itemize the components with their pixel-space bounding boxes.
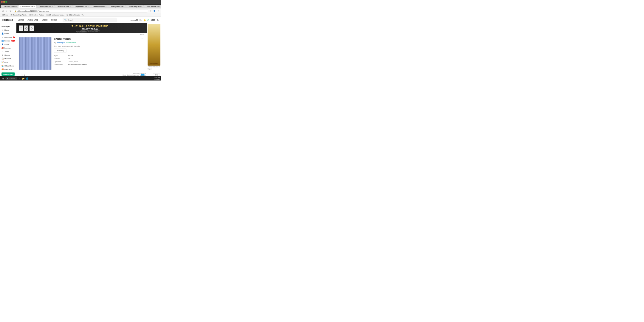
bookmark-night[interactable]: n (21) nightbarbie - T... bbox=[66, 14, 85, 16]
search-box: 🔍 bbox=[63, 18, 116, 22]
sidebar-label-blog: Blog bbox=[4, 61, 8, 63]
report-link[interactable]: Report bbox=[140, 33, 144, 35]
tab-close-gingerbread[interactable]: × bbox=[88, 6, 89, 7]
search-taskbar-button[interactable]: 🔍 Type here... bbox=[5, 77, 17, 80]
activate-sub: Go to Settings to activate Windows. bbox=[123, 75, 146, 76]
updated-row: Updated Jul 03, 2020 bbox=[54, 60, 145, 63]
tab-shadow[interactable]: shadow empress -... × bbox=[90, 5, 108, 8]
tab-gingerbread[interactable]: gingerbread - Robl... × bbox=[72, 5, 90, 8]
reload-button[interactable]: ↻ bbox=[9, 9, 12, 12]
notification-icon[interactable]: 🔔 bbox=[143, 19, 146, 21]
item-title: azure moon bbox=[54, 37, 71, 41]
sidebar-item-inventory[interactable]: 🎒 Inventory bbox=[0, 46, 16, 50]
genres-value: All bbox=[68, 58, 70, 60]
official-store-icon: 🏪 bbox=[1, 65, 4, 67]
inventory-icon: 🎒 bbox=[1, 47, 4, 49]
age-badge: 13+ bbox=[140, 19, 142, 21]
windows-start-button[interactable]: ⊞ bbox=[1, 77, 5, 80]
sidebar-item-home[interactable]: ⌂ Home bbox=[0, 28, 16, 32]
star-icon[interactable]: ☆ bbox=[21, 74, 23, 77]
sidebar-item-messages[interactable]: ✉ Messages 4 bbox=[0, 35, 16, 39]
desc-label: Description bbox=[54, 64, 66, 66]
bookmark-cristal[interactable]: c (14) cristalpony x ca... bbox=[45, 14, 65, 16]
bookmark-news-icon: N bbox=[2, 14, 4, 16]
bookmark-royale[interactable]: R Royale High Admi... bbox=[10, 14, 28, 16]
tab-close-mixed[interactable]: × bbox=[141, 6, 142, 7]
bookmark-star-icon[interactable]: ☆ bbox=[149, 9, 152, 12]
sidebar-item-trade[interactable]: ↔ Trade bbox=[0, 50, 16, 53]
sidebar-item-avatar[interactable]: 👗 Avatar bbox=[0, 43, 16, 46]
nav-games[interactable]: Games bbox=[18, 19, 24, 21]
tab-close-flowing[interactable]: × bbox=[123, 6, 124, 7]
sidebar-item-my-feed[interactable]: 📋 My Feed bbox=[0, 57, 16, 61]
sidebar-item-groups[interactable]: ⊞ Groups bbox=[0, 53, 16, 57]
tab-close-shadow[interactable]: × bbox=[106, 6, 106, 7]
username-label: zeddog96 bbox=[131, 19, 138, 21]
tab-mixed[interactable]: mixed berry - Robl... × bbox=[126, 5, 144, 8]
more-options-button[interactable]: ··· bbox=[142, 37, 145, 40]
bookmark-cristal-icon: c bbox=[46, 14, 48, 16]
gift-cards-icon: 🎁 bbox=[1, 69, 4, 71]
tab-close-winter[interactable]: × bbox=[70, 6, 71, 7]
menu-icon[interactable]: ⋮ bbox=[157, 9, 160, 12]
bookmark-develop[interactable]: D Develop - Roblox bbox=[28, 14, 45, 16]
tab-close-develop[interactable]: × bbox=[16, 6, 17, 7]
trade-icon: ↔ bbox=[1, 51, 4, 53]
tab-code[interactable]: code breaker - Rob... × bbox=[144, 5, 161, 8]
user-profile-icon[interactable]: 👤 bbox=[153, 9, 156, 12]
sidebar-item-friends[interactable]: 👥 Friends 184 bbox=[0, 39, 16, 43]
tab-develop[interactable]: Develop - Roblox × bbox=[1, 5, 18, 8]
sidebar-label-gift-cards: Gift Cards bbox=[4, 69, 12, 70]
tab-winter[interactable]: winter dust - Robl... × bbox=[54, 5, 72, 8]
nav-avatar-shop[interactable]: Avatar Shop bbox=[27, 19, 38, 21]
roblox-logo[interactable]: ROBLOX bbox=[2, 18, 13, 22]
nav-create[interactable]: Create bbox=[42, 19, 48, 21]
inventory-button[interactable]: Inventory bbox=[54, 49, 66, 53]
tab-peachy[interactable]: peachy pink - Robl... × bbox=[36, 5, 54, 8]
top-nav: ROBLOX Games Avatar Shop Create Robux 🔍 … bbox=[0, 17, 161, 23]
item-details: azure moon ··· By zeddog96 ✓ Item Owned … bbox=[54, 37, 145, 70]
tab-close-code[interactable]: × bbox=[159, 6, 160, 7]
tab-close-peachy[interactable]: × bbox=[52, 6, 53, 7]
chat-label: Chat bbox=[155, 74, 158, 76]
item-section: azure moon ··· By zeddog96 ✓ Item Owned … bbox=[16, 35, 147, 72]
tab-flowing[interactable]: flowing vines - Rob... × bbox=[108, 5, 126, 8]
item-owned-badge: ✓ Item Owned bbox=[66, 41, 76, 44]
ssl-lock-icon: 🔒 bbox=[15, 10, 16, 12]
sidebar-label-trade: Trade bbox=[4, 51, 9, 52]
sidebar-item-profile[interactable]: 👤 Profile bbox=[0, 32, 16, 35]
right-ad-report[interactable]: Report bbox=[148, 68, 152, 70]
sidebar-label-home: Home bbox=[4, 29, 9, 31]
url-input[interactable]: 🔒 roblox.com/library/5280933174/azure-mo… bbox=[13, 9, 148, 13]
right-ad-panel: Creepysins ADVERTISEMENT Report bbox=[147, 23, 161, 80]
taskbar-app-1[interactable]: 🌐 bbox=[26, 77, 29, 80]
sidebar-item-blog[interactable]: 📝 Blog bbox=[0, 61, 16, 64]
back-button[interactable]: ◀ bbox=[1, 9, 4, 12]
task-view-button[interactable]: ⧉ bbox=[18, 77, 21, 80]
nav-robux[interactable]: Robux bbox=[51, 19, 57, 21]
sidebar: zeddog96 ⌂ Home 👤 Profile ✉ Messages 4 👥… bbox=[0, 23, 16, 80]
file-explorer-icon[interactable]: 📁 bbox=[22, 77, 25, 80]
bookmark-news[interactable]: N News bbox=[1, 14, 9, 16]
my-feed-icon: 📋 bbox=[1, 58, 4, 60]
bookmarks-bar: N News R Royale High Admi... D Develop -… bbox=[0, 13, 161, 17]
groups-icon: ⊞ bbox=[1, 54, 4, 56]
item-image-container bbox=[19, 37, 52, 70]
robux-amount: 1,035 bbox=[151, 19, 155, 21]
get-premium-button[interactable]: Get Premium bbox=[1, 72, 15, 76]
owner-link[interactable]: zeddog96 bbox=[57, 41, 65, 44]
browser-chrome bbox=[0, 0, 161, 4]
search-input[interactable] bbox=[67, 19, 115, 21]
tab-azure-moon[interactable]: azure moon - Robl... × bbox=[18, 5, 36, 8]
tab-close-azure[interactable]: × bbox=[34, 6, 35, 7]
forward-button[interactable]: ▶ bbox=[5, 9, 8, 12]
sidebar-item-gift-cards[interactable]: 🎁 Gift Cards bbox=[0, 68, 16, 71]
url-text: roblox.com/library/5280933174/azure-moon bbox=[17, 10, 49, 12]
rating-value: 0 bbox=[24, 74, 25, 76]
chat-button[interactable]: Chat bbox=[153, 73, 160, 76]
genres-label: Genres bbox=[54, 58, 66, 60]
settings-icon[interactable]: ⚙ bbox=[157, 19, 159, 21]
ad-banner-top: ⬡ ⬡ ⬡ THE GALACTIC EMPIRE ENLIST TODAY M… bbox=[16, 23, 147, 33]
sidebar-item-official-store[interactable]: 🏪 Official Store bbox=[0, 64, 16, 68]
tab-bar: Develop - Roblox × azure moon - Robl... … bbox=[0, 4, 161, 8]
